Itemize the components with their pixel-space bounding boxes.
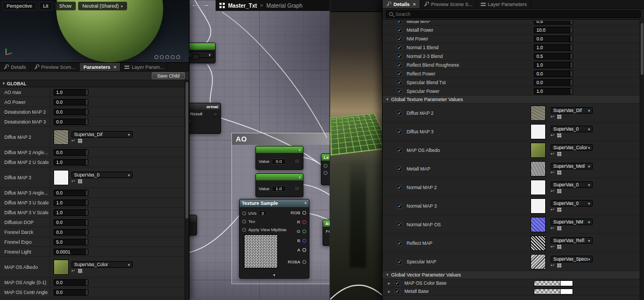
section-global-texture-parameter-values[interactable]: Global Texture Parameter Values xyxy=(383,96,640,104)
value-input[interactable]: 0.0 xyxy=(272,158,286,164)
input-pin-uvs[interactable] xyxy=(242,211,246,215)
texture-thumbnail[interactable] xyxy=(530,143,546,158)
scalar-constant-node[interactable]: Value 1.0 xyxy=(255,173,303,197)
browse-to-asset-icon[interactable] xyxy=(557,263,562,268)
parameter-value-input[interactable]: 0.0001 xyxy=(53,249,88,255)
parameter-value-input[interactable]: 0.0 xyxy=(534,70,573,77)
group-header-global[interactable]: GLOBAL xyxy=(0,80,189,87)
viewport-option-icon[interactable] xyxy=(171,55,175,59)
right-scrollbar[interactable] xyxy=(640,21,644,300)
texture-thumbnail[interactable] xyxy=(53,260,69,275)
override-checkbox[interactable] xyxy=(397,222,402,227)
texture-thumbnail[interactable] xyxy=(530,180,546,195)
override-checkbox[interactable] xyxy=(397,21,402,24)
show-button[interactable]: Show xyxy=(55,2,76,10)
use-selected-asset-icon[interactable] xyxy=(551,226,554,231)
value-input[interactable]: 1.0 xyxy=(272,186,286,192)
output-pin-rgba[interactable] xyxy=(302,260,306,264)
viewport-option-icon[interactable] xyxy=(154,55,158,59)
parameter-value-input[interactable]: 1.0 xyxy=(53,89,88,96)
asset-picker-dropdown[interactable]: SuperVas_0 xyxy=(71,172,133,178)
override-checkbox[interactable] xyxy=(397,203,402,209)
parameter-value-input[interactable]: 0.5 xyxy=(534,53,573,60)
override-checkbox[interactable] xyxy=(397,27,402,33)
use-selected-asset-icon[interactable] xyxy=(71,139,75,143)
color-swatch[interactable] xyxy=(534,289,573,295)
texture-thumbnail[interactable] xyxy=(530,124,546,139)
level-viewport-strip[interactable] xyxy=(330,0,382,300)
override-checkbox[interactable] xyxy=(395,280,400,286)
override-checkbox[interactable] xyxy=(397,185,402,190)
parameter-value-input[interactable]: 0.0 xyxy=(53,99,88,105)
use-selected-asset-icon[interactable] xyxy=(551,208,554,212)
asset-picker-dropdown[interactable]: SuperVas_Metl xyxy=(551,163,593,169)
use-selected-asset-icon[interactable] xyxy=(551,170,554,175)
viewport-option-icon[interactable] xyxy=(176,55,180,59)
asset-picker-dropdown[interactable]: SuperVas_0 xyxy=(551,200,593,207)
material-graph-canvas[interactable]: ← → Master_Txt > Material Graph x ormal … xyxy=(189,0,330,300)
texture-thumbnail[interactable] xyxy=(530,236,546,251)
scrollbar-thumb[interactable] xyxy=(186,82,188,219)
use-selected-asset-icon[interactable] xyxy=(551,152,554,156)
override-checkbox[interactable] xyxy=(397,129,402,134)
output-pin-b[interactable] xyxy=(302,239,306,243)
use-selected-asset-icon[interactable] xyxy=(551,115,554,119)
breadcrumb-root[interactable]: Master_Txt xyxy=(228,3,257,9)
clipped-node-ao[interactable]: AO Fr xyxy=(323,220,330,246)
parameter-value-input[interactable]: 0.0 xyxy=(53,219,88,226)
clipped-node-lerp[interactable]: Le xyxy=(321,154,330,185)
texture-thumbnail[interactable] xyxy=(530,217,546,232)
override-checkbox[interactable] xyxy=(397,148,402,153)
override-checkbox[interactable] xyxy=(397,62,402,68)
expand-arrow-icon[interactable] xyxy=(388,281,392,286)
output-pin[interactable] xyxy=(213,112,218,116)
override-checkbox[interactable] xyxy=(397,54,402,59)
override-checkbox[interactable] xyxy=(397,89,402,94)
tab-details[interactable]: Details xyxy=(0,63,31,71)
browse-to-asset-icon[interactable] xyxy=(557,245,562,249)
left-scrollbar[interactable] xyxy=(184,80,189,300)
override-checkbox[interactable] xyxy=(397,36,402,42)
texture-thumbnail[interactable] xyxy=(53,130,69,145)
texture-thumbnail[interactable] xyxy=(53,170,69,185)
nav-forward-icon[interactable]: → xyxy=(203,1,210,8)
parameter-value-input[interactable]: 1.0 xyxy=(534,62,573,68)
browse-to-asset-icon[interactable] xyxy=(557,170,562,175)
asset-picker-dropdown[interactable]: SuperVas_Color xyxy=(71,261,133,268)
browse-to-asset-icon[interactable] xyxy=(557,226,562,231)
output-pin[interactable] xyxy=(294,186,300,191)
browse-to-asset-icon[interactable] xyxy=(557,208,562,212)
browse-to-asset-icon[interactable] xyxy=(78,269,82,273)
asset-picker-dropdown[interactable]: SuperVas_NM xyxy=(551,219,593,225)
browse-to-asset-icon[interactable] xyxy=(557,115,562,119)
tab-preview-scene[interactable]: Preview Scen... xyxy=(31,63,80,71)
parameter-value-input[interactable]: 0.0 xyxy=(53,190,88,196)
parameter-value-input[interactable]: 1.0 xyxy=(53,159,88,166)
expand-arrow-icon[interactable] xyxy=(388,289,392,294)
override-checkbox[interactable] xyxy=(397,240,402,246)
override-checkbox[interactable] xyxy=(397,80,402,85)
override-checkbox[interactable] xyxy=(397,45,402,50)
parameter-value-input[interactable]: 0.0 xyxy=(534,36,573,42)
expand-node-icon[interactable]: ▾ xyxy=(273,273,275,278)
close-icon[interactable] xyxy=(112,64,116,70)
input-pin[interactable] xyxy=(324,164,327,168)
parameter-value-input[interactable]: 1.0 xyxy=(534,44,573,51)
asset-picker-dropdown[interactable]: SuperVas_Refl xyxy=(551,237,593,244)
parameter-value-input[interactable]: 0.0 xyxy=(53,279,88,286)
output-pin-g[interactable] xyxy=(302,230,306,233)
use-selected-asset-icon[interactable] xyxy=(71,269,75,273)
close-icon[interactable] xyxy=(412,2,416,7)
output-pin-a[interactable] xyxy=(302,248,306,252)
preview-viewport[interactable]: Perspective Lit Show Neutral (Shared) xyxy=(0,0,189,63)
input-pin-tex[interactable] xyxy=(242,220,246,223)
use-selected-asset-icon[interactable] xyxy=(71,179,75,184)
asset-picker-dropdown[interactable]: SuperVas_Specul xyxy=(551,256,593,262)
override-checkbox[interactable] xyxy=(397,259,402,264)
browse-to-asset-icon[interactable] xyxy=(557,189,562,193)
texture-thumbnail[interactable] xyxy=(530,161,546,177)
color-swatch[interactable] xyxy=(534,280,573,286)
override-checkbox[interactable] xyxy=(395,289,400,294)
output-pin[interactable] xyxy=(294,158,300,164)
tab-layer-parameters[interactable]: Layer Param... xyxy=(121,63,168,71)
